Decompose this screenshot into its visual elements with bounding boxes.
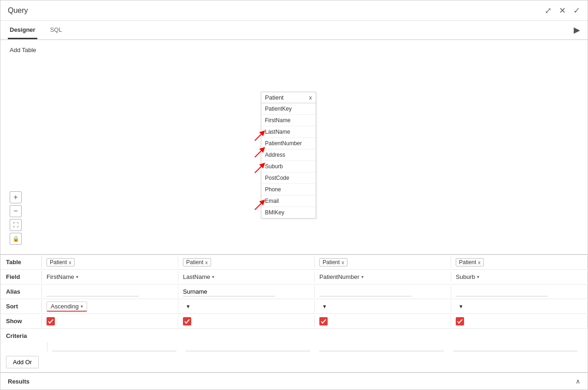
patient-field-firstname[interactable]: FirstName — [261, 115, 316, 126]
fullscreen-icon[interactable]: ⤢ — [545, 6, 552, 16]
alias-cell-1[interactable] — [42, 285, 178, 298]
patient-table-header: Patient x — [261, 92, 316, 103]
show-cell-4 — [451, 315, 588, 327]
sort-select-4-arrow: ▾ — [459, 303, 463, 310]
sort-select-1[interactable]: Ascending ▾ — [47, 301, 87, 312]
patient-table-close[interactable]: x — [309, 94, 312, 101]
confirm-icon[interactable]: ✓ — [573, 6, 580, 16]
show-checkbox-2[interactable] — [183, 317, 191, 325]
sort-select-2-arrow: ▾ — [187, 303, 190, 310]
field-select-2[interactable]: LastName ▾ — [183, 273, 214, 280]
close-icon[interactable]: ✕ — [559, 6, 566, 16]
field-cell-2: LastName ▾ — [178, 272, 315, 282]
add-or-button[interactable]: Add Or — [6, 356, 39, 368]
patient-field-postcode[interactable]: PostCode — [261, 172, 316, 184]
field-select-1-value: FirstName — [47, 273, 74, 280]
results-label: Results — [8, 378, 29, 385]
grid-row-field: Field FirstName ▾ LastName ▾ PatientNumb — [0, 270, 588, 284]
grid-row-alias: Alias — [0, 284, 588, 299]
patient-tag-4-label: Patient — [459, 259, 476, 266]
label-field: Field — [0, 271, 42, 283]
table-cell-1: Patient x — [42, 256, 178, 268]
sort-cell-1: Ascending ▾ — [42, 300, 178, 313]
criteria-section: Criteria Add Or — [0, 329, 588, 372]
patient-field-patientkey[interactable]: PatientKey — [261, 103, 316, 115]
sort-select-1-arrow: ▾ — [81, 304, 83, 309]
title-bar: Query ⤢ ✕ ✓ — [0, 0, 588, 21]
sort-select-2[interactable]: ▾ — [183, 302, 194, 311]
show-cell-3 — [315, 315, 451, 327]
results-section[interactable]: Results ∧ — [0, 372, 588, 390]
table-cell-3: Patient x — [315, 256, 451, 268]
sort-cell-4: ▾ — [451, 300, 588, 313]
zoom-lock-button[interactable]: 🔒 — [10, 233, 22, 245]
show-cell-2 — [178, 315, 315, 327]
alias-input-1[interactable] — [47, 287, 139, 296]
title-bar-controls: ⤢ ✕ ✓ — [545, 6, 580, 16]
table-cell-4: Patient x — [451, 256, 588, 268]
patient-tag-3: Patient x — [319, 258, 347, 266]
patient-field-phone[interactable]: Phone — [261, 184, 316, 195]
patient-tag-3-label: Patient — [323, 259, 340, 266]
zoom-in-button[interactable]: + — [10, 191, 22, 203]
alias-input-3[interactable] — [319, 287, 412, 296]
results-chevron-icon: ∧ — [576, 378, 580, 385]
show-checkbox-3[interactable] — [319, 317, 328, 325]
sort-select-4[interactable]: ▾ — [456, 302, 466, 311]
field-select-4-arrow: ▾ — [477, 274, 479, 279]
tabs-bar: Designer SQL ▶ — [0, 21, 588, 40]
patient-field-email[interactable]: Email — [261, 195, 316, 207]
field-cell-3: PatientNumber ▾ — [315, 272, 451, 282]
patient-tag-2-close[interactable]: x — [205, 260, 208, 265]
query-window: Query ⤢ ✕ ✓ Designer SQL ▶ Add Table — [0, 0, 588, 390]
field-select-4[interactable]: Suburb ▾ — [456, 273, 479, 280]
query-grid: Table Patient x Patient x — [0, 254, 588, 329]
patient-tag-3-close[interactable]: x — [341, 260, 344, 265]
patient-tag-2-label: Patient — [186, 259, 203, 266]
alias-cell-3[interactable] — [315, 285, 451, 298]
patient-field-bmikey[interactable]: BMIKey — [261, 207, 316, 218]
field-select-2-arrow: ▾ — [212, 274, 214, 279]
field-select-1[interactable]: FirstName ▾ — [47, 273, 78, 280]
patient-table-title: Patient — [265, 94, 283, 101]
field-select-3-value: PatientNumber — [319, 273, 359, 280]
sort-select-3-arrow: ▾ — [323, 303, 326, 310]
grid-row-show: Show — [0, 314, 588, 329]
table-cell-2: Patient x — [178, 256, 315, 268]
zoom-out-button[interactable]: − — [10, 205, 22, 217]
label-show: Show — [0, 315, 42, 327]
tab-designer[interactable]: Designer — [8, 22, 37, 39]
patient-field-suburb[interactable]: Suburb — [261, 161, 316, 172]
patient-tag-1: Patient x — [47, 258, 75, 266]
alias-cell-2[interactable] — [178, 285, 315, 298]
tabs-container: Designer SQL — [8, 22, 64, 38]
alias-input-4[interactable] — [456, 287, 548, 296]
alias-input-2[interactable] — [183, 287, 275, 296]
zoom-fit-button[interactable]: ⛶ — [10, 219, 22, 231]
zoom-controls: + − ⛶ 🔒 — [10, 191, 22, 245]
field-select-1-arrow: ▾ — [76, 274, 78, 279]
run-button[interactable]: ▶ — [574, 25, 580, 35]
canvas-area: Add Table + − ⛶ 🔒 Patient x PatientKey F… — [0, 40, 588, 254]
field-select-3-arrow: ▾ — [361, 274, 364, 279]
sort-select-1-value: Ascending — [51, 303, 79, 310]
add-table-link[interactable]: Add Table — [10, 47, 36, 53]
show-checkbox-4[interactable] — [456, 317, 464, 325]
patient-tag-4-close[interactable]: x — [478, 260, 481, 265]
sort-select-3[interactable]: ▾ — [319, 302, 330, 311]
patient-tag-1-close[interactable]: x — [69, 260, 71, 265]
show-cell-1 — [42, 315, 178, 327]
tab-sql[interactable]: SQL — [48, 22, 64, 39]
patient-field-patientnumber[interactable]: PatientNumber — [261, 138, 316, 149]
label-table: Table — [0, 256, 42, 268]
grid-row-table: Table Patient x Patient x — [0, 255, 588, 270]
field-select-3[interactable]: PatientNumber ▾ — [319, 273, 364, 280]
field-select-2-value: LastName — [183, 273, 210, 280]
sort-cell-2: ▾ — [178, 300, 315, 313]
patient-field-address[interactable]: Address — [261, 149, 316, 161]
alias-cell-4[interactable] — [451, 285, 588, 298]
patient-field-lastname[interactable]: LastName — [261, 126, 316, 138]
field-cell-1: FirstName ▾ — [42, 272, 178, 282]
sort-cell-3: ▾ — [315, 300, 451, 313]
show-checkbox-1[interactable] — [47, 317, 55, 325]
